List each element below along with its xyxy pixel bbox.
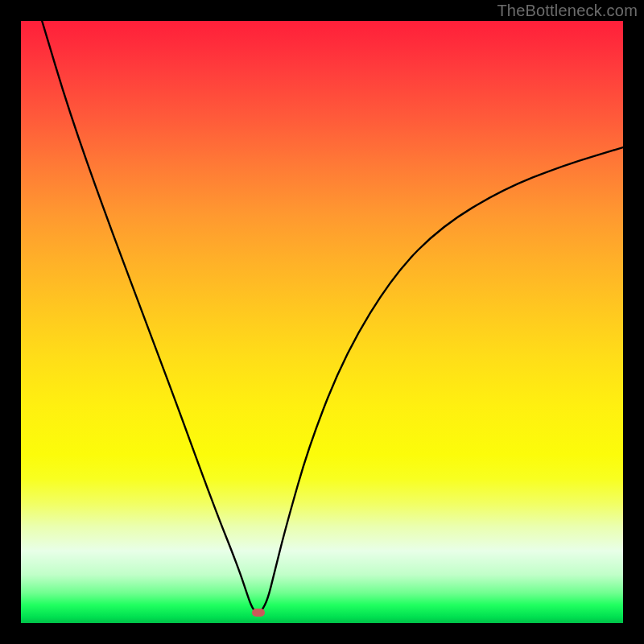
watermark-text: TheBottleneck.com [497, 2, 638, 20]
chart-plot-area [21, 21, 623, 623]
bottleneck-curve [21, 21, 623, 623]
optimal-point-marker [252, 609, 265, 617]
